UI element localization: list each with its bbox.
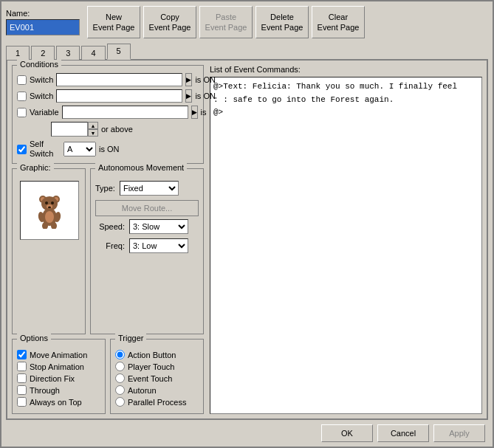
graphic-preview[interactable] [20,181,79,240]
right-panel: List of Event Commands: @>Text: Felicia:… [210,65,482,414]
variable-input[interactable] [62,106,188,119]
clear-event-page-button[interactable]: ClearEvent Page [312,6,365,38]
through-label: Through [30,386,60,395]
trigger-title: Trigger [115,334,146,342]
options-title: Options [17,334,51,342]
paste-event-page-button[interactable]: PasteEvent Page [199,6,253,38]
self-switch-checkbox[interactable] [17,145,27,154]
bear-sprite-icon [35,192,64,229]
trigger-event-touch-label: Event Touch [128,374,172,383]
cancel-button[interactable]: Cancel [377,424,429,442]
apply-button[interactable]: Apply [433,424,485,442]
variable-arrow-button[interactable]: ▶ [191,106,198,119]
switch1-label: Switch [30,75,53,84]
trigger-box: Trigger Action Button Player Touch Event… [110,339,204,414]
trigger-player-touch: Player Touch [115,362,199,371]
type-select[interactable]: Fixed Random Approach Custom [120,181,179,196]
tab-1[interactable]: 1 [6,46,30,60]
graphic-box: Graphic: [12,168,86,334]
self-switch-label: SelfSwitch [30,139,61,159]
option-stop-animation: Stop Animation [17,362,100,371]
freq-select[interactable]: 1: Lowest 2: Lower 3: Low 4: High 5: Hig… [129,238,188,253]
self-switch-row: SelfSwitch A B C D is ON [17,139,199,159]
trigger-action-button: Action Button [115,350,199,359]
conditions-title: Conditions [17,60,61,69]
option-direction-fix: Direction Fix [17,373,100,383]
trigger-player-touch-radio[interactable] [115,362,125,371]
variable-suffix: is [201,108,207,117]
stop-animation-label: Stop Animation [30,362,84,371]
switch1-checkbox[interactable] [17,75,27,85]
switch2-checkbox[interactable] [17,92,27,101]
trigger-autorun-label: Autorun [128,386,157,395]
variable-row: Variable ▶ is [17,106,199,119]
conditions-box: Conditions Switch ▶ is ON Switch ▶ is ON [12,65,204,164]
svg-point-6 [51,201,54,204]
trigger-parallel-process: Parallel Process [115,397,199,407]
spin-up-button[interactable]: ▲ [88,122,98,129]
options-trigger-row: Options Move Animation Stop Animation Di… [12,339,204,414]
name-input[interactable] [6,19,80,35]
switch1-arrow-button[interactable]: ▶ [185,73,192,86]
switch2-row: Switch ▶ is ON [17,89,199,103]
speed-select[interactable]: 1: x8 Slower 2: x4 Slower 3: Slow 4: Fas… [129,219,188,234]
speed-row: Speed: 1: x8 Slower 2: x4 Slower 3: Slow… [95,219,199,234]
event-commands-label: List of Event Commands: [210,65,482,74]
main-content: Conditions Switch ▶ is ON Switch ▶ is ON [6,61,488,420]
tab-5[interactable]: 5 [107,44,131,60]
move-route-button[interactable]: Move Route... [95,200,199,216]
bottom-left: Graphic: [12,168,204,334]
self-switch-suffix: is ON [99,145,120,154]
direction-fix-label: Direction Fix [30,374,75,383]
event-command-line-2: : : safe to go into the Forest again. [213,94,478,107]
option-always-on-top: Always on Top [17,397,100,407]
freq-label: Freq: [95,241,125,250]
direction-fix-checkbox[interactable] [17,373,27,383]
copy-event-page-button[interactable]: CopyEvent Page [143,6,196,38]
switch2-arrow-button[interactable]: ▶ [185,89,192,103]
tab-4[interactable]: 4 [81,46,105,60]
switch1-input[interactable] [56,73,182,86]
or-above-input[interactable] [51,122,88,137]
switch2-suffix: is ON [195,92,216,100]
variable-checkbox[interactable] [17,108,27,117]
trigger-player-touch-label: Player Touch [128,362,174,371]
trigger-parallel-radio[interactable] [115,397,125,407]
trigger-action-radio[interactable] [115,350,125,359]
autonomous-movement-title: Autonomous Movement [95,163,187,172]
stop-animation-checkbox[interactable] [17,362,27,371]
event-command-line-1: @>Text: Felicia: Thank you so much. I fi… [213,80,478,94]
self-switch-select[interactable]: A B C D [64,142,96,156]
top-bar: Name: NewEvent Page CopyEvent Page Paste… [6,6,488,38]
always-on-top-checkbox[interactable] [17,397,27,407]
options-box: Options Move Animation Stop Animation Di… [12,339,106,414]
trigger-event-touch: Event Touch [115,373,199,383]
switch2-label: Switch [30,92,53,100]
svg-point-10 [45,211,54,223]
type-row: Type: Fixed Random Approach Custom [95,181,199,196]
switch1-suffix: is ON [195,75,216,84]
svg-point-5 [45,201,48,204]
trigger-event-touch-radio[interactable] [115,373,125,383]
move-animation-checkbox[interactable] [17,350,27,359]
event-command-line-3: @> [213,106,478,120]
tab-2[interactable]: 2 [31,46,55,60]
type-label: Type: [95,184,115,193]
switch2-input[interactable] [56,89,182,103]
ok-button[interactable]: OK [321,424,373,442]
trigger-autorun-radio[interactable] [115,385,125,395]
option-through: Through [17,385,100,395]
autonomous-movement-box: Autonomous Movement Type: Fixed Random A… [90,168,204,334]
delete-event-page-button[interactable]: DeleteEvent Page [255,6,309,38]
spin-down-button[interactable]: ▼ [88,129,98,137]
tabs-row: 1 2 3 4 5 [6,43,488,61]
new-event-page-button[interactable]: NewEvent Page [87,6,140,38]
trigger-action-label: Action Button [128,351,176,359]
trigger-autorun: Autorun [115,385,199,395]
trigger-parallel-label: Parallel Process [128,398,186,407]
tab-3[interactable]: 3 [56,46,80,60]
or-above-label: or above [101,125,133,134]
always-on-top-label: Always on Top [30,398,82,407]
event-commands-box[interactable]: @>Text: Felicia: Thank you so much. I fi… [210,77,482,414]
through-checkbox[interactable] [17,385,27,395]
